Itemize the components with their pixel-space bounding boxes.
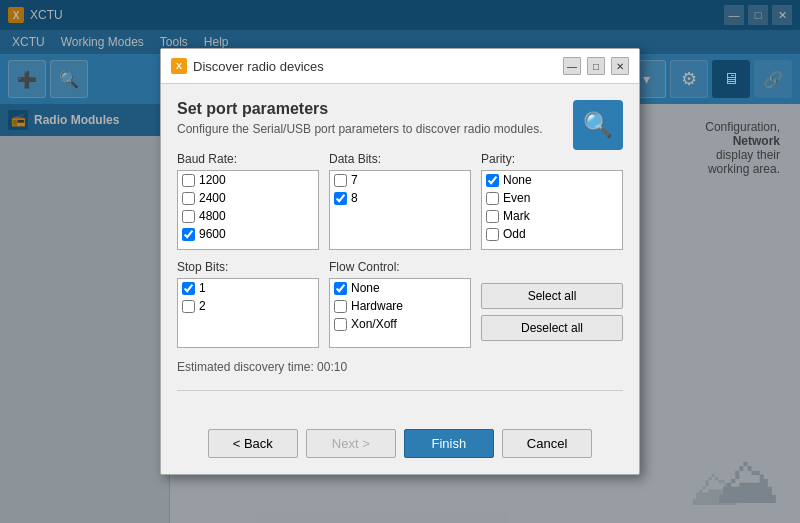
baud-rate-label: Baud Rate: — [177, 152, 319, 166]
dialog-maximize-button[interactable]: □ — [587, 57, 605, 75]
stop-bits-list[interactable]: 1 2 — [177, 278, 319, 348]
parity-label: Parity: — [481, 152, 623, 166]
cancel-button[interactable]: Cancel — [502, 429, 592, 458]
baud-1200-checkbox[interactable] — [182, 174, 195, 187]
parity-even-row[interactable]: Even — [482, 189, 622, 207]
baud-2400-label: 2400 — [199, 191, 226, 205]
parity-odd-label: Odd — [503, 227, 526, 241]
dialog-buttons: < Back Next > Finish Cancel — [161, 419, 639, 474]
stop-bits-1-row[interactable]: 1 — [178, 279, 318, 297]
dialog-titlebar: X Discover radio devices — □ ✕ — [161, 49, 639, 84]
stop-bits-2-checkbox[interactable] — [182, 300, 195, 313]
data-bits-7-label: 7 — [351, 173, 358, 187]
params-grid-top: Baud Rate: 1200 2400 — [177, 152, 623, 250]
parity-group: Parity: None Even — [481, 152, 623, 250]
data-bits-7-row[interactable]: 7 — [330, 171, 470, 189]
baud-rate-list[interactable]: 1200 2400 4800 — [177, 170, 319, 250]
baud-rate-group: Baud Rate: 1200 2400 — [177, 152, 319, 250]
stop-bits-1-checkbox[interactable] — [182, 282, 195, 295]
dialog-icon: X — [171, 58, 187, 74]
parity-mark-checkbox[interactable] — [486, 210, 499, 223]
baud-4800-label: 4800 — [199, 209, 226, 223]
baud-9600-label: 9600 — [199, 227, 226, 241]
parity-odd-row[interactable]: Odd — [482, 225, 622, 243]
next-button[interactable]: Next > — [306, 429, 396, 458]
dialog-minimize-button[interactable]: — — [563, 57, 581, 75]
parity-even-checkbox[interactable] — [486, 192, 499, 205]
baud-4800-checkbox[interactable] — [182, 210, 195, 223]
stop-bits-1-label: 1 — [199, 281, 206, 295]
dialog-title: Discover radio devices — [193, 59, 557, 74]
parity-none-label: None — [503, 173, 532, 187]
flow-control-list[interactable]: None Hardware Xon/Xoff — [329, 278, 471, 348]
flow-hardware-row[interactable]: Hardware — [330, 297, 470, 315]
dialog-content: Set port parameters Configure the Serial… — [161, 84, 639, 419]
baud-9600-checkbox[interactable] — [182, 228, 195, 241]
data-bits-list[interactable]: 7 8 — [329, 170, 471, 250]
stop-bits-group: Stop Bits: 1 2 — [177, 260, 319, 348]
baud-2400-row[interactable]: 2400 — [178, 189, 318, 207]
stop-bits-label: Stop Bits: — [177, 260, 319, 274]
estimated-time-label: Estimated discovery time: — [177, 360, 314, 374]
dialog-controls: — □ ✕ — [563, 57, 629, 75]
flow-none-row[interactable]: None — [330, 279, 470, 297]
baud-9600-row[interactable]: 9600 — [178, 225, 318, 243]
flow-hardware-label: Hardware — [351, 299, 403, 313]
flow-none-label: None — [351, 281, 380, 295]
estimated-time: Estimated discovery time: 00:10 — [177, 360, 623, 374]
flow-control-group: Flow Control: None Hardware — [329, 260, 471, 348]
deselect-all-button[interactable]: Deselect all — [481, 315, 623, 341]
parity-mark-row[interactable]: Mark — [482, 207, 622, 225]
parity-even-label: Even — [503, 191, 530, 205]
dialog-separator — [177, 390, 623, 391]
estimated-time-value: 00:10 — [317, 360, 347, 374]
dialog-header-icon: 🔍 — [573, 100, 623, 150]
data-bits-8-row[interactable]: 8 — [330, 189, 470, 207]
parity-mark-label: Mark — [503, 209, 530, 223]
select-all-button[interactable]: Select all — [481, 283, 623, 309]
data-bits-7-checkbox[interactable] — [334, 174, 347, 187]
baud-1200-row[interactable]: 1200 — [178, 171, 318, 189]
modal-overlay: X Discover radio devices — □ ✕ Set port … — [0, 0, 800, 523]
data-bits-group: Data Bits: 7 8 — [329, 152, 471, 250]
stop-bits-2-row[interactable]: 2 — [178, 297, 318, 315]
dialog-close-button[interactable]: ✕ — [611, 57, 629, 75]
flow-xonxoff-row[interactable]: Xon/Xoff — [330, 315, 470, 333]
finish-button[interactable]: Finish — [404, 429, 494, 458]
back-button[interactable]: < Back — [208, 429, 298, 458]
baud-1200-label: 1200 — [199, 173, 226, 187]
stop-bits-2-label: 2 — [199, 299, 206, 313]
section-title: Set port parameters — [177, 100, 543, 118]
data-bits-8-label: 8 — [351, 191, 358, 205]
discover-dialog: X Discover radio devices — □ ✕ Set port … — [160, 48, 640, 475]
parity-none-row[interactable]: None — [482, 171, 622, 189]
flow-control-label: Flow Control: — [329, 260, 471, 274]
params-grid-bottom: Stop Bits: 1 2 Flow Control: — [177, 260, 623, 348]
flow-xonxoff-checkbox[interactable] — [334, 318, 347, 331]
parity-list[interactable]: None Even Mark — [481, 170, 623, 250]
flow-hardware-checkbox[interactable] — [334, 300, 347, 313]
flow-none-checkbox[interactable] — [334, 282, 347, 295]
baud-2400-checkbox[interactable] — [182, 192, 195, 205]
baud-4800-row[interactable]: 4800 — [178, 207, 318, 225]
flow-xonxoff-label: Xon/Xoff — [351, 317, 397, 331]
data-bits-label: Data Bits: — [329, 152, 471, 166]
data-bits-8-checkbox[interactable] — [334, 192, 347, 205]
select-buttons-group: Select all Deselect all — [481, 260, 623, 348]
parity-odd-checkbox[interactable] — [486, 228, 499, 241]
section-description: Configure the Serial/USB port parameters… — [177, 122, 543, 136]
parity-none-checkbox[interactable] — [486, 174, 499, 187]
